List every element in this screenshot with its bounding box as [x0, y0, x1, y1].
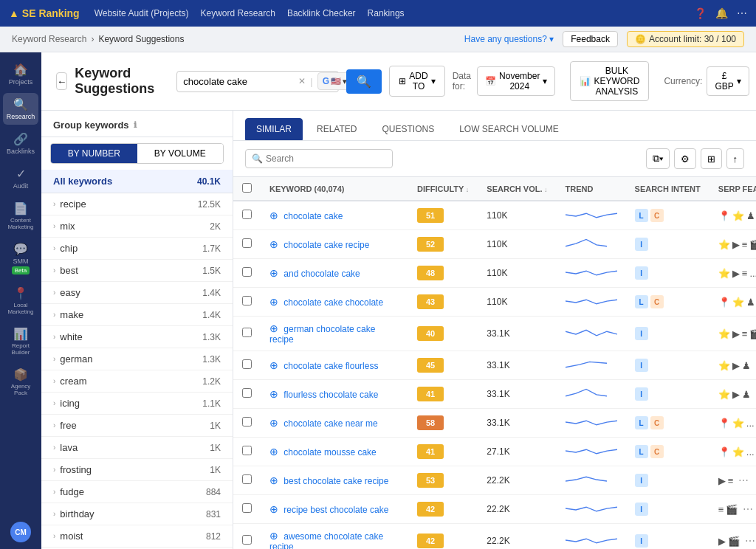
select-all-checkbox[interactable] — [242, 183, 252, 193]
keyword-list-item[interactable]: › birthday 831 — [41, 503, 233, 525]
row-checkbox[interactable] — [242, 210, 252, 219]
add-keyword-icon[interactable]: ⊕ — [269, 474, 278, 486]
table-search-input[interactable] — [266, 150, 386, 168]
have-questions-link[interactable]: Have any questions? ▾ — [464, 34, 554, 44]
keyword-link[interactable]: recipe best chocolate cake — [284, 505, 388, 515]
currency-selector[interactable]: £ GBP ▾ — [707, 66, 749, 96]
keyword-list-item[interactable]: › cream 1.2K — [41, 370, 233, 393]
row-checkbox[interactable] — [242, 328, 252, 337]
nav-website-audit[interactable]: Website Audit (Projects) — [94, 8, 189, 18]
tab-similar[interactable]: SIMILAR — [245, 118, 303, 140]
add-keyword-icon[interactable]: ⊕ — [269, 417, 278, 429]
add-keyword-icon[interactable]: ⊕ — [269, 446, 278, 458]
app-logo[interactable]: ▲ SE Ranking — [9, 7, 80, 19]
add-keyword-icon[interactable]: ⊕ — [269, 388, 278, 400]
keyword-link[interactable]: chocolate cake chocolate — [284, 297, 383, 308]
keyword-link[interactable]: awesome chocolate cake recipe — [269, 531, 383, 549]
sidebar-item-report[interactable]: 📊 Report Builder — [3, 322, 38, 360]
col-search-vol[interactable]: SEARCH VOL. — [478, 177, 556, 201]
keyword-link[interactable]: best chocolate cake recipe — [284, 476, 388, 486]
toggle-by-number[interactable]: BY NUMBER — [51, 144, 137, 163]
keyword-list-item[interactable]: › white 1.3K — [41, 326, 233, 348]
columns-button[interactable]: ⊞ — [701, 148, 722, 169]
sidebar-item-backlinks[interactable]: 🔗 Backlinks — [3, 128, 38, 159]
row-checkbox[interactable] — [242, 238, 252, 248]
nav-rankings[interactable]: Rankings — [368, 8, 405, 18]
keyword-list-item[interactable]: › easy 1.4K — [41, 282, 233, 304]
keyword-link[interactable]: chocolate cake near me — [284, 418, 377, 429]
keyword-link[interactable]: chocolate cake — [284, 211, 343, 221]
help-icon[interactable]: ❓ — [694, 7, 707, 19]
sidebar-item-projects[interactable]: 🏠 Projects — [3, 58, 38, 90]
sidebar-item-smm[interactable]: 💬 SMM Beta — [3, 238, 38, 279]
nav-keyword-research[interactable]: Keyword Research — [200, 8, 275, 18]
tab-questions[interactable]: QUESTIONS — [371, 118, 445, 140]
add-keyword-icon[interactable]: ⊕ — [269, 322, 278, 334]
copy-button[interactable]: ⧉▾ — [646, 148, 670, 169]
keyword-list-item[interactable]: › best 1.5K — [41, 260, 233, 282]
row-checkbox[interactable] — [242, 267, 252, 277]
keyword-list-item[interactable]: › recipe 12.5K — [41, 193, 233, 215]
add-keyword-icon[interactable]: ⊕ — [269, 238, 278, 250]
add-keyword-icon[interactable]: ⊕ — [269, 210, 278, 221]
feedback-button[interactable]: Feedback — [563, 31, 618, 47]
bell-icon[interactable]: 🔔 — [715, 7, 728, 19]
row-menu-dots[interactable]: ⋯ — [745, 535, 755, 547]
row-checkbox[interactable] — [242, 535, 252, 545]
row-checkbox[interactable] — [242, 474, 252, 484]
keyword-list-item[interactable]: › lava 1K — [41, 437, 233, 459]
add-keyword-icon[interactable]: ⊕ — [269, 503, 278, 515]
add-keyword-icon[interactable]: ⊕ — [269, 530, 278, 542]
add-keyword-icon[interactable]: ⊕ — [269, 359, 278, 371]
keyword-list-item[interactable]: › frosting 1K — [41, 459, 233, 481]
filter-button[interactable]: ⚙ — [674, 148, 696, 169]
keyword-link[interactable]: chocolate cake flourless — [284, 361, 378, 371]
tab-related[interactable]: RELATED — [306, 118, 368, 140]
tab-low-search-volume[interactable]: LOW SEARCH VOLUME — [448, 118, 570, 140]
row-checkbox[interactable] — [242, 503, 252, 513]
row-checkbox[interactable] — [242, 417, 252, 427]
date-picker-button[interactable]: 📅 November 2024 ▾ — [477, 66, 555, 96]
add-to-button[interactable]: ⊞ ADD TO ▾ — [389, 66, 444, 97]
keyword-list-item[interactable]: › mix 2K — [41, 215, 233, 238]
breadcrumb-keyword-research[interactable]: Keyword Research — [12, 34, 86, 44]
bulk-keyword-analysis-button[interactable]: 📊 BULK KEYWORD ANALYSIS — [570, 61, 649, 101]
col-difficulty[interactable]: DIFFICULTY — [408, 177, 478, 201]
row-checkbox[interactable] — [242, 388, 252, 398]
keyword-list-item[interactable]: › german 1.3K — [41, 348, 233, 370]
sidebar-item-local[interactable]: 📍 Local Marketing — [3, 282, 38, 320]
sidebar-item-audit[interactable]: ✓ Audit — [3, 162, 38, 194]
keyword-link[interactable]: chocolate cake recipe — [284, 240, 369, 250]
add-keyword-icon[interactable]: ⊕ — [269, 296, 278, 308]
keyword-list-item[interactable]: › make 1.4K — [41, 304, 233, 326]
keyword-list-item[interactable]: › free 1K — [41, 415, 233, 437]
row-menu-dots[interactable]: ⋯ — [743, 503, 753, 515]
row-menu-dots[interactable]: ⋯ — [738, 474, 749, 486]
keyword-list-item[interactable]: › moist 812 — [41, 525, 233, 548]
toggle-by-volume[interactable]: BY VOLUME — [137, 144, 224, 163]
export-button[interactable]: ↑ — [726, 148, 745, 169]
search-input[interactable] — [183, 72, 294, 92]
nav-backlink-checker[interactable]: Backlink Checker — [287, 8, 356, 18]
keyword-link[interactable]: chocolate mousse cake — [284, 447, 376, 458]
row-checkbox[interactable] — [242, 446, 252, 455]
add-keyword-icon[interactable]: ⊕ — [269, 267, 278, 279]
keyword-list-item[interactable]: › fudge 884 — [41, 481, 233, 503]
back-button[interactable]: ← — [56, 72, 67, 90]
clear-search-icon[interactable]: ✕ — [298, 76, 306, 86]
keyword-link[interactable]: flourless chocolate cake — [284, 390, 378, 400]
keyword-link[interactable]: german chocolate cake recipe — [269, 324, 375, 345]
all-keywords-row[interactable]: All keywords 40.1K — [41, 170, 233, 193]
row-checkbox[interactable] — [242, 296, 252, 305]
user-avatar[interactable]: CM — [10, 522, 31, 542]
sidebar-item-agency[interactable]: 📦 Agency Pack — [3, 363, 38, 401]
search-button[interactable]: 🔍 — [346, 69, 382, 94]
search-filter-row: 🔍 ⧉▾ ⚙ ⊞ ↑ — [233, 141, 756, 177]
row-checkbox[interactable] — [242, 359, 252, 369]
keyword-link[interactable]: and chocolate cake — [284, 269, 360, 279]
sidebar-item-content[interactable]: 📄 Content Marketing — [3, 197, 38, 235]
keyword-list-item[interactable]: › icing 1.1K — [41, 393, 233, 415]
sidebar-item-research[interactable]: 🔍 Research — [3, 93, 38, 125]
keyword-list-item[interactable]: › chip 1.7K — [41, 238, 233, 260]
dots-icon[interactable]: ⋯ — [737, 7, 747, 19]
